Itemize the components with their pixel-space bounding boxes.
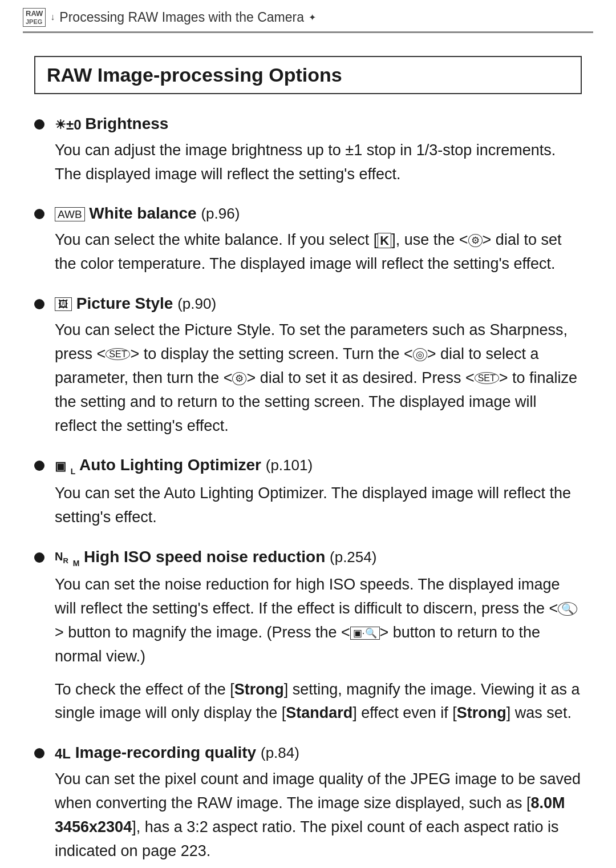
nr-icon: NR	[55, 550, 68, 563]
iso-page-ref: (p.254)	[330, 548, 376, 566]
dial-icon-wb: ⚙	[468, 234, 483, 247]
iso-body-p1: You can set the noise reduction for high…	[55, 573, 582, 668]
brightness-body: You can adjust the image brightness up t…	[34, 139, 582, 187]
ps-body: You can select the Picture Style. To set…	[34, 318, 582, 438]
bullet-dot	[34, 209, 44, 219]
set-btn-1: SET	[106, 348, 130, 360]
iq-body: You can set the pixel count and image qu…	[34, 768, 582, 863]
bullet-dot	[34, 461, 44, 471]
iq-page-ref: (p.84)	[261, 744, 299, 761]
brightness-icon: ☀	[55, 117, 66, 131]
ps-icon: 🖼	[55, 297, 72, 311]
iso-body: You can set the noise reduction for high…	[34, 573, 582, 725]
k-icon: K	[378, 233, 391, 248]
iq-title: 4L Image-recording quality (p.84)	[55, 744, 299, 762]
wb-body: You can select the white balance. If you…	[34, 228, 582, 276]
bullet-dot	[34, 119, 44, 130]
iso-body-p2: To check the effect of the [Strong] sett…	[55, 678, 582, 726]
bullet-white-balance: AWB White balance (p.96) You can select …	[34, 204, 582, 276]
wb-icon: AWB	[55, 207, 85, 221]
brightness-title: ☀±0 Brightness	[55, 115, 168, 133]
bullet-alo-header: ▣ L Auto Lighting Optimizer (p.101)	[34, 456, 582, 476]
bullet-brightness: ☀±0 Brightness You can adjust the image …	[34, 115, 582, 187]
strong-text-1: Strong	[234, 681, 284, 698]
size-value: 8.0M 3456x2304	[55, 794, 565, 835]
dial-icon-ps1: ◎	[413, 348, 427, 361]
strong-text-2: Strong	[457, 704, 506, 721]
main-content: RAW Image-processing Options ☀±0 Brightn…	[0, 33, 616, 868]
dial-icon-ps2: ⚙	[232, 372, 246, 385]
bullet-dot	[34, 552, 44, 563]
bullet-wb-header: AWB White balance (p.96)	[34, 204, 582, 223]
alo-title: ▣ L Auto Lighting Optimizer (p.101)	[55, 456, 313, 476]
wb-page-ref: (p.96)	[201, 205, 240, 222]
set-btn-2: SET	[475, 372, 499, 384]
iq-icon: 4L	[55, 746, 71, 761]
page-header: RAW JPEG ↓ Processing RAW Images with th…	[0, 0, 616, 31]
bullet-brightness-header: ☀±0 Brightness	[34, 115, 582, 133]
raw-jpeg-icon: RAW JPEG	[23, 8, 46, 27]
magnify-icon: 🔍	[558, 602, 577, 616]
alo-body: You can set the Auto Lighting Optimizer.…	[34, 482, 582, 530]
bullet-iq-header: 4L Image-recording quality (p.84)	[34, 744, 582, 762]
wb-title: AWB White balance (p.96)	[55, 204, 240, 223]
alo-icon: ▣	[55, 459, 66, 473]
bullet-dot	[34, 299, 44, 309]
iso-title: NR M High ISO speed noise reduction (p.2…	[55, 548, 376, 568]
bullet-ps-header: 🖼 Picture Style (p.90)	[34, 294, 582, 313]
rect-magnify-icon: ▣·🔍	[350, 627, 380, 640]
raw-label: RAW	[26, 9, 43, 18]
jpeg-label: JPEG	[26, 18, 43, 26]
ps-title: 🖼 Picture Style (p.90)	[55, 294, 216, 313]
header-title: Processing RAW Images with the Camera	[59, 10, 304, 25]
bullet-dot	[34, 748, 44, 758]
bullet-image-quality: 4L Image-recording quality (p.84) You ca…	[34, 744, 582, 863]
standard-text: Standard	[286, 704, 352, 721]
bullet-iso-header: NR M High ISO speed noise reduction (p.2…	[34, 548, 582, 568]
bullet-picture-style: 🖼 Picture Style (p.90) You can select th…	[34, 294, 582, 438]
header-star: ✦	[309, 12, 316, 23]
alo-page-ref: (p.101)	[266, 457, 313, 474]
bullet-alo: ▣ L Auto Lighting Optimizer (p.101) You …	[34, 456, 582, 529]
section-title: RAW Image-processing Options	[47, 64, 342, 86]
bullet-high-iso: NR M High ISO speed noise reduction (p.2…	[34, 548, 582, 726]
arrow-icon: ↓	[50, 12, 55, 22]
section-title-box: RAW Image-processing Options	[34, 56, 582, 94]
ps-page-ref: (p.90)	[177, 295, 216, 312]
